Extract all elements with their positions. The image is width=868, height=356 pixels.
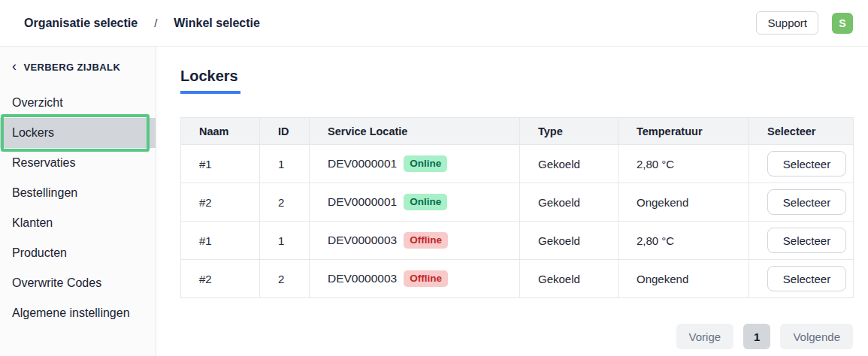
sidebar-item-overzicht[interactable]: Overzicht bbox=[0, 88, 156, 118]
cell-selecteer: Selecteer bbox=[749, 145, 854, 183]
sidebar-item-reservaties[interactable]: Reservaties bbox=[0, 148, 156, 178]
table-row: #1 1 DEV0000001 Online Gekoeld 2,80 °C S… bbox=[181, 145, 854, 183]
sidebar: ‹ VERBERG ZIJBALK Overzicht Lockers Rese… bbox=[0, 47, 156, 356]
table-row: #1 1 DEV0000003 Offline Gekoeld 2,80 °C … bbox=[181, 222, 854, 260]
select-button[interactable]: Selecteer bbox=[767, 266, 846, 291]
cell-type: Gekoeld bbox=[520, 183, 618, 222]
top-bar: Organisatie selectie / Winkel selectie S… bbox=[0, 0, 868, 47]
table-row: #2 2 DEV0000003 Offline Gekoeld Ongekend… bbox=[181, 260, 854, 298]
breadcrumb-separator: / bbox=[154, 17, 157, 29]
status-badge: Online bbox=[404, 194, 447, 210]
status-badge: Offline bbox=[404, 232, 448, 249]
page-title: Lockers bbox=[180, 68, 240, 94]
cell-type: Gekoeld bbox=[520, 145, 618, 183]
service-location-code: DEV0000003 bbox=[328, 234, 397, 247]
select-button[interactable]: Selecteer bbox=[767, 151, 846, 176]
select-button[interactable]: Selecteer bbox=[767, 189, 846, 215]
cell-naam: #1 bbox=[181, 145, 260, 183]
cell-temperatuur: Ongekend bbox=[618, 260, 749, 298]
service-location-code: DEV0000001 bbox=[328, 195, 397, 209]
status-badge: Offline bbox=[404, 270, 448, 287]
user-avatar[interactable]: S bbox=[832, 13, 853, 34]
table-header-row: Naam ID Service Locatie Type Temperatuur… bbox=[181, 118, 854, 145]
select-button[interactable]: Selecteer bbox=[767, 228, 846, 253]
breadcrumb-winkel-selectie[interactable]: Winkel selectie bbox=[174, 17, 260, 30]
column-header-naam: Naam bbox=[181, 118, 260, 145]
cell-id: 1 bbox=[260, 222, 310, 260]
cell-service-locatie: DEV0000001 Online bbox=[310, 145, 520, 183]
hide-sidebar-label: VERBERG ZIJBALK bbox=[23, 62, 120, 73]
cell-id: 2 bbox=[260, 260, 310, 298]
cell-temperatuur: Ongekend bbox=[618, 183, 749, 222]
cell-service-locatie: DEV0000001 Online bbox=[310, 183, 520, 222]
previous-page-button[interactable]: Vorige bbox=[676, 324, 734, 349]
hide-sidebar-toggle[interactable]: ‹ VERBERG ZIJBALK bbox=[0, 62, 156, 73]
column-header-type: Type bbox=[520, 118, 618, 145]
cell-service-locatie: DEV0000003 Offline bbox=[310, 222, 520, 260]
cell-id: 1 bbox=[260, 145, 310, 183]
cell-naam: #2 bbox=[181, 260, 260, 298]
breadcrumb: Organisatie selectie / Winkel selectie bbox=[24, 17, 260, 30]
column-header-service-locatie: Service Locatie bbox=[310, 118, 520, 145]
sidebar-item-algemene-instellingen[interactable]: Algemene instellingen bbox=[0, 298, 156, 328]
next-page-button[interactable]: Volgende bbox=[780, 324, 853, 349]
topbar-right: Support S bbox=[756, 11, 853, 35]
lockers-table: Naam ID Service Locatie Type Temperatuur… bbox=[180, 117, 854, 298]
service-location-code: DEV0000001 bbox=[328, 157, 397, 170]
column-header-temperatuur: Temperatuur bbox=[618, 118, 749, 145]
cell-naam: #1 bbox=[181, 222, 260, 260]
cell-type: Gekoeld bbox=[520, 260, 618, 298]
page-number-button[interactable]: 1 bbox=[743, 324, 770, 349]
sidebar-item-bestellingen[interactable]: Bestellingen bbox=[0, 178, 156, 208]
cell-selecteer: Selecteer bbox=[749, 260, 854, 298]
column-header-id: ID bbox=[260, 118, 310, 145]
cell-naam: #2 bbox=[181, 183, 260, 222]
cell-id: 2 bbox=[260, 183, 310, 222]
cell-service-locatie: DEV0000003 Offline bbox=[310, 260, 520, 298]
cell-type: Gekoeld bbox=[520, 222, 618, 260]
sidebar-item-producten[interactable]: Producten bbox=[0, 238, 156, 268]
table-row: #2 2 DEV0000001 Online Gekoeld Ongekend … bbox=[181, 183, 854, 222]
sidebar-item-lockers-label: Lockers bbox=[12, 126, 54, 139]
cell-temperatuur: 2,80 °C bbox=[618, 222, 749, 260]
main-content: Lockers Naam ID Service Locatie Type Tem… bbox=[156, 47, 868, 356]
status-badge: Online bbox=[404, 155, 447, 172]
sidebar-item-lockers[interactable]: Lockers bbox=[0, 118, 156, 148]
cell-selecteer: Selecteer bbox=[749, 183, 854, 222]
pagination: Vorige 1 Volgende bbox=[180, 324, 853, 349]
breadcrumb-organisatie-selectie[interactable]: Organisatie selectie bbox=[24, 17, 138, 30]
service-location-code: DEV0000003 bbox=[328, 272, 397, 285]
sidebar-item-klanten[interactable]: Klanten bbox=[0, 208, 156, 238]
support-button[interactable]: Support bbox=[756, 11, 818, 35]
column-header-selecteer: Selecteer bbox=[749, 118, 854, 145]
cell-selecteer: Selecteer bbox=[749, 222, 854, 260]
cell-temperatuur: 2,80 °C bbox=[618, 145, 749, 183]
sidebar-item-overwrite-codes[interactable]: Overwrite Codes bbox=[0, 268, 156, 298]
chevron-left-icon: ‹ bbox=[12, 62, 17, 71]
